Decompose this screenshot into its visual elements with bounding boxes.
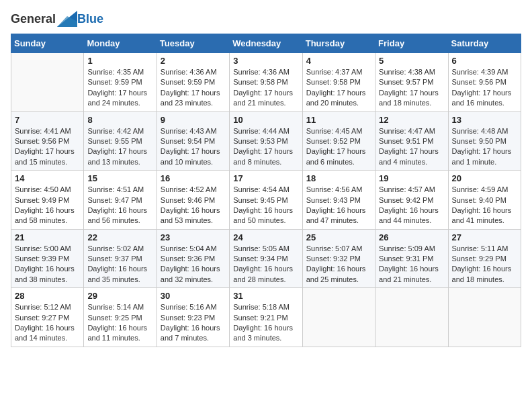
day-number: 31	[233, 291, 298, 301]
day-info: Sunrise: 4:41 AMSunset: 9:56 PMDaylight:…	[15, 126, 80, 168]
day-number: 1	[87, 56, 152, 66]
day-number: 21	[15, 232, 80, 242]
day-info: Sunrise: 4:59 AMSunset: 9:40 PMDaylight:…	[452, 185, 517, 226]
logo: General Blue	[11, 11, 103, 27]
day-info: Sunrise: 5:05 AMSunset: 9:34 PMDaylight:…	[233, 244, 298, 285]
logo-general: General	[11, 12, 56, 26]
calendar-cell: 2Sunrise: 4:36 AMSunset: 9:59 PMDaylight…	[157, 53, 229, 112]
day-info: Sunrise: 5:12 AMSunset: 9:27 PMDaylight:…	[15, 302, 80, 344]
day-number: 18	[306, 173, 371, 183]
calendar-cell: 28Sunrise: 5:12 AMSunset: 9:27 PMDayligh…	[11, 288, 84, 347]
calendar-cell: 14Sunrise: 4:50 AMSunset: 9:49 PMDayligh…	[11, 171, 84, 230]
calendar-week-1: 1Sunrise: 4:35 AMSunset: 9:59 PMDaylight…	[11, 53, 521, 112]
day-number: 5	[379, 56, 444, 66]
calendar-cell: 20Sunrise: 4:59 AMSunset: 9:40 PMDayligh…	[448, 171, 521, 230]
day-info: Sunrise: 5:14 AMSunset: 9:25 PMDaylight:…	[87, 302, 152, 344]
calendar-cell: 8Sunrise: 4:42 AMSunset: 9:55 PMDaylight…	[84, 111, 157, 171]
day-number: 4	[306, 56, 371, 66]
day-header-wednesday: Wednesday	[230, 34, 302, 53]
calendar-week-3: 14Sunrise: 4:50 AMSunset: 9:49 PMDayligh…	[11, 171, 521, 230]
day-info: Sunrise: 5:07 AMSunset: 9:32 PMDaylight:…	[306, 244, 371, 285]
calendar-cell: 10Sunrise: 4:44 AMSunset: 9:53 PMDayligh…	[230, 111, 302, 171]
calendar-week-4: 21Sunrise: 5:00 AMSunset: 9:39 PMDayligh…	[11, 229, 521, 288]
day-number: 7	[15, 115, 80, 125]
calendar-cell: 22Sunrise: 5:02 AMSunset: 9:37 PMDayligh…	[84, 229, 157, 288]
day-info: Sunrise: 4:56 AMSunset: 9:43 PMDaylight:…	[306, 185, 371, 226]
calendar-cell: 4Sunrise: 4:37 AMSunset: 9:58 PMDaylight…	[302, 53, 375, 112]
calendar-cell: 11Sunrise: 4:45 AMSunset: 9:52 PMDayligh…	[302, 111, 375, 171]
calendar-cell: 9Sunrise: 4:43 AMSunset: 9:54 PMDaylight…	[157, 111, 229, 171]
logo-blue: Blue	[77, 12, 103, 26]
day-info: Sunrise: 4:37 AMSunset: 9:58 PMDaylight:…	[306, 67, 371, 109]
day-number: 20	[452, 173, 517, 183]
calendar-cell: 18Sunrise: 4:56 AMSunset: 9:43 PMDayligh…	[302, 171, 375, 230]
calendar-cell: 7Sunrise: 4:41 AMSunset: 9:56 PMDaylight…	[11, 111, 84, 171]
day-info: Sunrise: 4:36 AMSunset: 9:59 PMDaylight:…	[161, 67, 226, 109]
day-number: 27	[452, 232, 517, 242]
day-info: Sunrise: 4:54 AMSunset: 9:45 PMDaylight:…	[233, 185, 298, 226]
day-info: Sunrise: 5:00 AMSunset: 9:39 PMDaylight:…	[15, 244, 80, 285]
calendar-cell	[375, 288, 448, 347]
day-number: 10	[233, 115, 298, 125]
day-info: Sunrise: 4:36 AMSunset: 9:58 PMDaylight:…	[233, 67, 298, 109]
day-number: 2	[161, 56, 226, 66]
calendar-cell: 16Sunrise: 4:52 AMSunset: 9:46 PMDayligh…	[157, 171, 229, 230]
calendar-week-2: 7Sunrise: 4:41 AMSunset: 9:56 PMDaylight…	[11, 111, 521, 171]
day-header-tuesday: Tuesday	[157, 34, 229, 53]
day-header-sunday: Sunday	[11, 34, 84, 53]
calendar-cell: 19Sunrise: 4:57 AMSunset: 9:42 PMDayligh…	[375, 171, 448, 230]
page-header: General Blue	[11, 11, 521, 27]
calendar-cell: 29Sunrise: 5:14 AMSunset: 9:25 PMDayligh…	[84, 288, 157, 347]
day-number: 12	[379, 115, 444, 125]
day-info: Sunrise: 5:04 AMSunset: 9:36 PMDaylight:…	[161, 244, 226, 285]
day-number: 24	[233, 232, 298, 242]
day-header-saturday: Saturday	[448, 34, 521, 53]
day-info: Sunrise: 4:45 AMSunset: 9:52 PMDaylight:…	[306, 126, 371, 168]
calendar-cell: 25Sunrise: 5:07 AMSunset: 9:32 PMDayligh…	[302, 229, 375, 288]
day-info: Sunrise: 5:09 AMSunset: 9:31 PMDaylight:…	[379, 244, 444, 285]
logo-icon	[57, 11, 77, 27]
day-number: 30	[161, 291, 226, 301]
day-info: Sunrise: 4:38 AMSunset: 9:57 PMDaylight:…	[379, 67, 444, 109]
calendar-body: 1Sunrise: 4:35 AMSunset: 9:59 PMDaylight…	[11, 53, 521, 347]
day-number: 25	[306, 232, 371, 242]
day-header-friday: Friday	[375, 34, 448, 53]
calendar-cell: 24Sunrise: 5:05 AMSunset: 9:34 PMDayligh…	[230, 229, 302, 288]
calendar-cell: 23Sunrise: 5:04 AMSunset: 9:36 PMDayligh…	[157, 229, 229, 288]
day-info: Sunrise: 4:50 AMSunset: 9:49 PMDaylight:…	[15, 185, 80, 226]
calendar-cell	[302, 288, 375, 347]
day-info: Sunrise: 4:35 AMSunset: 9:59 PMDaylight:…	[87, 67, 152, 109]
day-info: Sunrise: 5:16 AMSunset: 9:23 PMDaylight:…	[161, 302, 226, 344]
calendar-cell: 30Sunrise: 5:16 AMSunset: 9:23 PMDayligh…	[157, 288, 229, 347]
calendar-cell	[448, 288, 521, 347]
day-number: 22	[87, 232, 152, 242]
calendar-cell: 6Sunrise: 4:39 AMSunset: 9:56 PMDaylight…	[448, 53, 521, 112]
day-info: Sunrise: 4:48 AMSunset: 9:50 PMDaylight:…	[452, 126, 517, 168]
day-number: 6	[452, 56, 517, 66]
day-info: Sunrise: 4:42 AMSunset: 9:55 PMDaylight:…	[87, 126, 152, 168]
calendar-cell: 27Sunrise: 5:11 AMSunset: 9:29 PMDayligh…	[448, 229, 521, 288]
calendar-cell: 12Sunrise: 4:47 AMSunset: 9:51 PMDayligh…	[375, 111, 448, 171]
day-info: Sunrise: 5:11 AMSunset: 9:29 PMDaylight:…	[452, 244, 517, 285]
day-number: 3	[233, 56, 298, 66]
day-number: 8	[87, 115, 152, 125]
day-header-thursday: Thursday	[302, 34, 375, 53]
calendar-cell: 17Sunrise: 4:54 AMSunset: 9:45 PMDayligh…	[230, 171, 302, 230]
day-number: 17	[233, 173, 298, 183]
day-info: Sunrise: 4:39 AMSunset: 9:56 PMDaylight:…	[452, 67, 517, 109]
day-info: Sunrise: 4:43 AMSunset: 9:54 PMDaylight:…	[161, 126, 226, 168]
calendar-cell: 15Sunrise: 4:51 AMSunset: 9:47 PMDayligh…	[84, 171, 157, 230]
calendar-week-5: 28Sunrise: 5:12 AMSunset: 9:27 PMDayligh…	[11, 288, 521, 347]
day-number: 19	[379, 173, 444, 183]
day-info: Sunrise: 4:44 AMSunset: 9:53 PMDaylight:…	[233, 126, 298, 168]
day-info: Sunrise: 4:52 AMSunset: 9:46 PMDaylight:…	[161, 185, 226, 226]
day-number: 14	[15, 173, 80, 183]
day-number: 16	[161, 173, 226, 183]
day-info: Sunrise: 4:47 AMSunset: 9:51 PMDaylight:…	[379, 126, 444, 168]
day-info: Sunrise: 4:57 AMSunset: 9:42 PMDaylight:…	[379, 185, 444, 226]
day-number: 9	[161, 115, 226, 125]
day-number: 15	[87, 173, 152, 183]
calendar-cell: 31Sunrise: 5:18 AMSunset: 9:21 PMDayligh…	[230, 288, 302, 347]
calendar-cell: 21Sunrise: 5:00 AMSunset: 9:39 PMDayligh…	[11, 229, 84, 288]
calendar-header-row: SundayMondayTuesdayWednesdayThursdayFrid…	[11, 34, 521, 53]
